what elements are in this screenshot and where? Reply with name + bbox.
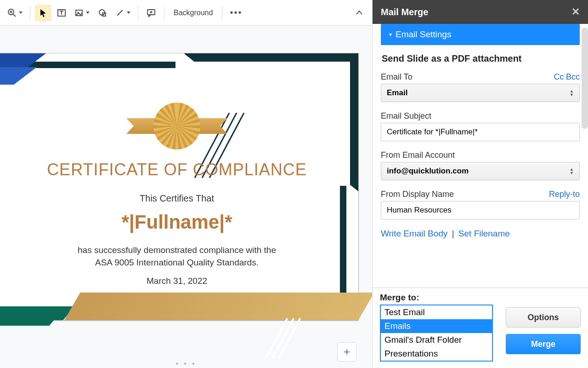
select-tool[interactable] (35, 5, 51, 21)
display-name-input[interactable] (381, 201, 580, 219)
more-tools-button[interactable]: ••• (227, 5, 245, 21)
slide[interactable]: CERTIFICATE OF COMPLIANCE This Certifies… (0, 53, 358, 320)
explore-button[interactable] (337, 342, 356, 362)
merge-option[interactable]: Presentations (381, 347, 492, 361)
select-arrows-icon: ▲▼ (570, 167, 574, 175)
comment-icon (146, 8, 156, 17)
svg-line-1 (13, 14, 16, 17)
drag-handle-icon: ● ● ● (175, 361, 197, 366)
body-links: Write Email Body | Set Filename (381, 229, 580, 239)
display-name-label: From Display Name (381, 190, 454, 199)
comment-button[interactable] (143, 5, 159, 21)
shape-icon (98, 8, 107, 17)
collapse-toolbar-button[interactable] (351, 5, 368, 21)
shape-tool[interactable] (94, 5, 111, 21)
background-button[interactable]: Background (169, 5, 217, 21)
cert-certifies-line: This Certifies That (6, 193, 347, 204)
display-name-field[interactable] (387, 206, 574, 215)
merge-option[interactable]: Test Email (381, 305, 492, 319)
mail-merge-panel: Mail Merge ✕ ▾ Email Settings Send Slide… (372, 0, 588, 368)
cert-date: March 31, 2022 (6, 276, 347, 286)
textbox-icon (57, 8, 67, 18)
toolbar-separator (164, 6, 164, 19)
image-icon (74, 8, 84, 17)
set-filename-link[interactable]: Set Filename (458, 229, 510, 238)
merge-to-listbox[interactable]: Test EmailEmailsGmail's Draft FolderPres… (380, 305, 493, 362)
cert-text-block: CERTIFICATE OF COMPLIANCE This Certifies… (0, 160, 358, 286)
write-email-body-link[interactable]: Write Email Body (381, 229, 447, 238)
svg-point-9 (99, 10, 105, 15)
email-subject-label: Email Subject (381, 111, 431, 121)
cert-body: has successfully demonstrated compliance… (6, 244, 347, 269)
cert-gold-band (64, 293, 372, 320)
cert-fullname-placeholder: *|Fullname|* (6, 211, 347, 233)
scrollbar[interactable] (582, 28, 588, 129)
caret-down-icon (86, 12, 90, 14)
zoom-in-icon (7, 8, 17, 17)
email-subject-field[interactable] (387, 127, 574, 137)
line-dropdown[interactable] (113, 5, 133, 21)
panel-title: Mail Merge (381, 7, 428, 17)
svg-line-11 (117, 10, 123, 16)
cert-title: CERTIFICATE OF COMPLIANCE (6, 160, 347, 179)
email-settings-accordion[interactable]: ▾ Email Settings (381, 24, 580, 45)
from-account-select[interactable]: info@quicklution.com ▲▼ (381, 162, 580, 180)
panel-body: ▾ Email Settings Send Slide as a PDF att… (373, 24, 588, 288)
svg-marker-16 (0, 67, 37, 85)
select-arrows-icon: ▲▼ (570, 89, 574, 97)
email-to-label: Email To (381, 72, 413, 82)
caret-down-icon (127, 12, 130, 14)
merge-option[interactable]: Emails (381, 319, 492, 333)
panel-header: Mail Merge ✕ (373, 0, 588, 24)
merge-option[interactable]: Gmail's Draft Folder (381, 333, 492, 347)
triangle-down-icon: ▾ (389, 31, 392, 38)
textbox-tool[interactable] (53, 5, 70, 21)
canvas[interactable]: CERTIFICATE OF COMPLIANCE This Certifies… (0, 26, 372, 368)
sparkle-icon (342, 347, 352, 357)
email-subject-input[interactable] (381, 123, 580, 141)
toolbar-separator (138, 6, 138, 19)
send-slide-heading: Send Slide as a PDF attachment (382, 53, 579, 64)
from-account-label: From Email Account (381, 150, 455, 160)
cert-medal (126, 106, 227, 150)
toolbar-separator (30, 6, 30, 19)
email-to-select[interactable]: Email ▲▼ (381, 84, 580, 102)
reply-to-link[interactable]: Reply-to (549, 190, 580, 199)
image-dropdown[interactable] (72, 5, 92, 21)
more-icon: ••• (230, 7, 242, 18)
bcc-link[interactable]: Bcc (566, 72, 580, 81)
caret-down-icon (19, 12, 23, 14)
merge-to-label: Merge to: (380, 293, 581, 303)
panel-footer: Merge to: Test EmailEmailsGmail's Draft … (373, 288, 588, 368)
line-icon (115, 8, 124, 17)
toolbar: Background ••• (0, 0, 372, 26)
toolbar-separator (222, 6, 222, 19)
chevron-up-icon (355, 9, 363, 17)
close-panel-button[interactable]: ✕ (571, 6, 580, 18)
options-button[interactable]: Options (506, 307, 581, 328)
merge-button[interactable]: Merge (506, 334, 581, 354)
cc-link[interactable]: Cc (554, 72, 564, 81)
cert-corner-top-left (0, 53, 55, 99)
zoom-dropdown[interactable] (5, 5, 25, 21)
cursor-icon (39, 8, 48, 17)
